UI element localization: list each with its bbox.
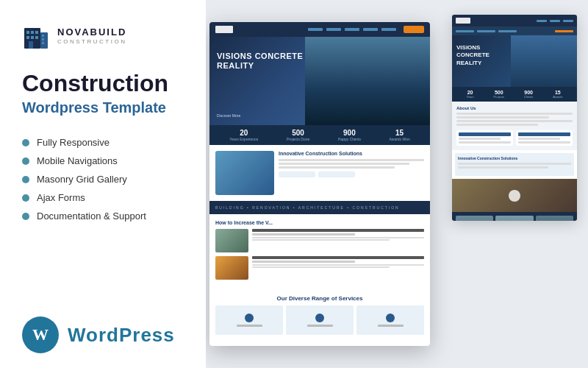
blog-desc-2 (252, 264, 424, 268)
section-content: Innovative Construction Solutions (279, 151, 424, 195)
blog-image-2 (215, 256, 248, 280)
team-member-1 (456, 216, 493, 221)
right-nav-btn (555, 30, 573, 32)
hero-sub: Discover More (217, 113, 240, 118)
front-header-logo (215, 26, 233, 33)
right-about-lines (456, 113, 573, 126)
svg-rect-1 (26, 31, 29, 34)
icon-chip-2 (318, 171, 355, 177)
feature-label-4: Ajax Forms (37, 192, 85, 203)
hero-line-2: REALITY (217, 61, 303, 71)
right-stats: 20 Years 500 Projects 900 Clients 15 Awa… (452, 87, 577, 102)
right-stat-lbl-4: Awards (553, 95, 562, 99)
right-col-line-4 (518, 141, 570, 144)
right-hero: VISIONS CONCRETE REALITY (452, 35, 577, 87)
hero-text: VISIONS CONCRETE REALITY (217, 52, 303, 71)
bullet-dot-4 (22, 194, 29, 202)
bullet-dot-1 (22, 139, 29, 146)
right-innovative: Innovative Construction Solutions (455, 153, 574, 176)
front-nav-item-5 (381, 28, 396, 31)
stat-years: 20 Years Experience (229, 129, 258, 141)
right-stat-num-3: 900 (524, 90, 533, 95)
right-hero-line-1: VISIONS (456, 44, 490, 52)
right-nav-2 (550, 20, 560, 22)
wordpress-text: WordPress (68, 324, 175, 347)
innovative-section: Innovative Construction Solutions (209, 145, 430, 201)
blog-image-1 (215, 229, 248, 252)
hero-line-1: VISIONS CONCRETE (217, 52, 303, 61)
hero-building (305, 37, 430, 125)
front-hero: VISIONS CONCRETE REALITY Discover More (209, 37, 430, 125)
stat-awards-lbl: Awards Won (390, 137, 410, 141)
right-col-2 (516, 130, 573, 146)
service-card-1 (215, 305, 283, 335)
stat-awards-num: 15 (395, 129, 404, 137)
marquee-strip: BUILDING • RENOVATION • ARCHITECTURE • C… (209, 201, 430, 214)
blog-title-text-2 (252, 256, 424, 259)
services-title: Our Diverse Range of Services (215, 295, 424, 302)
feature-label-1: Fully Responsive (37, 137, 110, 148)
brand-name: NOVABUILD (57, 27, 126, 38)
right-hero-text: VISIONS CONCRETE REALITY (456, 44, 490, 67)
front-nav-item-4 (363, 28, 378, 31)
feature-item-mobile-navigations: Mobile Navigations (22, 155, 184, 166)
right-two-col (456, 130, 573, 146)
stat-years-num: 20 (240, 129, 248, 137)
right-stat-lbl-3: Clients (524, 95, 533, 99)
section-lines (279, 159, 424, 169)
team-member-2 (495, 216, 533, 221)
right-nav-item-1 (456, 30, 474, 32)
svg-rect-10 (42, 38, 44, 40)
wordpress-badge: W WordPress (22, 316, 184, 353)
svg-rect-6 (35, 36, 38, 39)
construction-worker-image (452, 179, 577, 212)
bullet-dot-3 (22, 176, 29, 183)
front-nav-items (308, 28, 396, 31)
right-panel: VISIONS CONCRETE REALITY Discover More 2… (206, 0, 588, 368)
svg-rect-2 (31, 31, 34, 34)
right-col-line-1 (459, 138, 501, 140)
team-member-3 (536, 216, 573, 221)
svg-rect-5 (31, 36, 34, 39)
blog-meta-2 (252, 261, 355, 263)
blog-item-1 (215, 229, 424, 252)
services-grid (215, 305, 424, 335)
right-stat-lbl-1: Years (466, 95, 473, 99)
stat-projects-lbl: Projects Done (287, 137, 309, 141)
stat-clients-num: 900 (343, 129, 356, 137)
right-mockup-header (452, 15, 577, 26)
icon-row (279, 171, 424, 177)
right-nav-1 (537, 20, 547, 22)
stat-projects: 500 Projects Done (287, 129, 309, 141)
text-line-3 (279, 166, 395, 169)
right-team (452, 212, 577, 221)
stat-projects-num: 500 (292, 129, 304, 137)
blog-desc-line-2 (252, 239, 390, 241)
right-col-line-3 (518, 138, 560, 140)
r-line-1 (456, 113, 573, 115)
features-list: Fully Responsive Mobile Navigations Maso… (22, 137, 184, 222)
stat-clients: 900 Happy Clients (338, 129, 361, 141)
r-line-3 (456, 120, 573, 122)
right-stat-2: 500 Projects (494, 90, 504, 99)
service-text-2 (307, 325, 333, 327)
right-col-line-2 (459, 141, 511, 144)
front-nav-item-2 (326, 28, 341, 31)
right-stat-num-4: 15 (555, 90, 561, 95)
stat-clients-lbl: Happy Clients (338, 137, 361, 141)
service-icon-2 (315, 314, 324, 322)
play-button[interactable] (509, 190, 520, 202)
right-mockup-nav (452, 26, 577, 35)
feature-item-masonry-grid: Masonry Grid Gallery (22, 174, 184, 185)
service-icon-1 (245, 314, 254, 322)
brand-logo: NOVABUILD CONSTRUCTION (22, 22, 184, 50)
icon-chip-1 (279, 171, 315, 177)
service-text-1 (237, 325, 262, 327)
blog-section: How to Increase the V... (209, 214, 430, 289)
right-header-nav (537, 20, 573, 22)
service-icon-3 (386, 314, 395, 322)
svg-rect-4 (26, 36, 29, 39)
feature-item-fully-responsive: Fully Responsive (22, 137, 184, 148)
front-mockup: VISIONS CONCRETE REALITY Discover More 2… (209, 22, 430, 346)
main-heading: Construction (22, 71, 184, 96)
